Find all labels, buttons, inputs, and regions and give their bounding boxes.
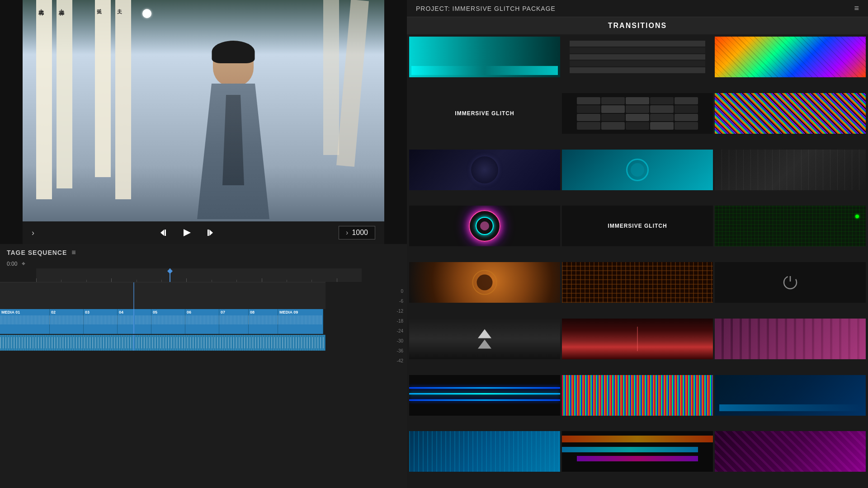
transition-thumb-7[interactable] [409, 150, 560, 190]
transition-thumb-9[interactable] [715, 150, 866, 190]
transition-thumb-rgb-glitch[interactable] [562, 375, 713, 416]
vol-label-24: -24 [397, 326, 403, 336]
media-clip-07[interactable]: 07 [219, 309, 249, 334]
svg-marker-0 [160, 230, 164, 236]
transition-thumb-8[interactable] [562, 150, 713, 190]
timeline-section: TAGE SEQUENCE ≡ 0:00 ⌖ [0, 244, 407, 488]
media-clip-02[interactable]: 02 [50, 309, 84, 334]
clip-label-05: 05 [151, 309, 185, 315]
transition-thumb-13[interactable] [409, 262, 560, 303]
transition-thumb-dark-wave[interactable] [409, 375, 560, 416]
video-frame: 上韩 上梯 贼天 土天 [23, 0, 384, 221]
video-preview: 上韩 上梯 贼天 土天 [23, 0, 384, 221]
project-menu-button[interactable]: ≡ [854, 4, 859, 13]
project-title: PROJECT: IMMERSIVE GLITCH PACKAGE [416, 5, 556, 12]
svg-rect-1 [165, 230, 166, 236]
transition-thumb-6[interactable] [715, 93, 866, 134]
clip-label-07: 07 [219, 309, 248, 315]
volume-meter-labels: 0 -6 -12 -18 -24 -30 -36 -42 [384, 268, 407, 366]
timecode-display[interactable]: › 1000 [339, 226, 375, 239]
transition-thumb-arrows[interactable] [409, 319, 560, 359]
transition-thumb-1[interactable] [409, 37, 560, 77]
left-panel: 上韩 上梯 贼天 土天 › [0, 0, 407, 488]
timeline-header: TAGE SEQUENCE ≡ [0, 246, 407, 259]
timecode-arrow: › [346, 229, 348, 237]
vol-label-6: -6 [399, 296, 403, 306]
transition-thumb-immersive-glitch-1[interactable]: IMMERSIVE GLITCH [409, 93, 560, 134]
svg-marker-3 [209, 230, 213, 236]
power-icon [781, 273, 799, 291]
media-clip-01[interactable]: MEDIA 01 [0, 309, 50, 334]
step-back-button[interactable] [157, 226, 171, 239]
cursor-tool-icon[interactable]: ⌖ [22, 260, 25, 267]
transition-thumb-party[interactable] [715, 431, 866, 472]
transition-thumb-glitch-strips[interactable] [562, 431, 713, 472]
media-clip-04[interactable]: 04 [118, 309, 151, 334]
media-clip-05[interactable]: 05 [151, 309, 185, 334]
timeline-title: TAGE SEQUENCE [7, 249, 67, 256]
clip-label-06: 06 [185, 309, 219, 315]
media-clip-03[interactable]: 03 [84, 309, 118, 334]
right-panel: PROJECT: IMMERSIVE GLITCH PACKAGE ≡ TRAN… [407, 0, 868, 488]
transitions-label: TRANSITIONS [608, 22, 667, 29]
timeline-main: MEDIA 01 02 03 [0, 268, 384, 366]
svg-marker-2 [184, 229, 191, 236]
vol-label-36: -36 [397, 346, 403, 356]
timeline-tools: 0:00 ⌖ [0, 259, 407, 268]
immersive-glitch-label-2: IMMERSIVE GLITCH [605, 221, 669, 231]
media-clip-08[interactable]: 08 [249, 309, 278, 334]
playback-controls: › › 1000 [23, 221, 384, 244]
step-forward-icon [204, 228, 214, 238]
time-label: 0:00 [7, 261, 17, 267]
svg-rect-4 [208, 230, 209, 236]
clip-label-01: MEDIA 01 [0, 309, 49, 315]
step-back-icon [159, 228, 169, 238]
transition-thumb-14[interactable] [562, 262, 713, 303]
vol-label-12: -12 [397, 306, 403, 316]
timeline-ruler [36, 268, 362, 282]
transition-thumb-power[interactable] [715, 262, 866, 303]
transitions-header: TRANSITIONS [407, 17, 868, 34]
clip-label-03: 03 [84, 309, 117, 315]
vol-label-30: -30 [397, 336, 403, 346]
right-panel-header: PROJECT: IMMERSIVE GLITCH PACKAGE ≡ [407, 0, 868, 17]
media-clip-06[interactable]: 06 [185, 309, 219, 334]
transition-thumb-5[interactable] [562, 93, 713, 134]
media-clip-09[interactable]: MEDIA 09 [278, 309, 323, 334]
transition-thumb-pink-panels[interactable] [715, 319, 866, 359]
clip-label-08: 08 [249, 309, 278, 315]
play-button[interactable] [180, 226, 193, 239]
expand-button[interactable]: › [32, 228, 34, 238]
timecode-value: 1000 [352, 229, 368, 237]
clip-label-04: 04 [118, 309, 151, 315]
transition-thumb-12[interactable] [715, 206, 866, 246]
transition-thumb-corridor[interactable] [562, 319, 713, 359]
step-forward-button[interactable] [203, 226, 216, 239]
clip-label-02: 02 [50, 309, 83, 315]
transition-thumb-immersive-glitch-2[interactable]: IMMERSIVE GLITCH [562, 206, 713, 246]
transition-thumb-10[interactable] [409, 206, 560, 246]
transition-thumb-2[interactable] [562, 37, 713, 77]
vol-label-0: 0 [401, 286, 403, 296]
media-clip-waveform-full [0, 335, 326, 351]
transition-thumb-neon-scene[interactable] [715, 375, 866, 416]
transitions-grid: IMMERSIVE GLITCH [407, 34, 868, 488]
vol-label-18: -18 [397, 316, 403, 326]
vol-label-42: -42 [397, 356, 403, 366]
transition-thumb-wave-glitch[interactable] [409, 431, 560, 472]
clip-label-09: MEDIA 09 [278, 309, 323, 315]
play-icon [182, 228, 192, 238]
immersive-glitch-label-1: IMMERSIVE GLITCH [453, 108, 516, 119]
transition-thumb-3[interactable] [715, 37, 866, 77]
timeline-outer: MEDIA 01 02 03 [0, 268, 407, 366]
timeline-menu-icon[interactable]: ≡ [71, 249, 75, 257]
